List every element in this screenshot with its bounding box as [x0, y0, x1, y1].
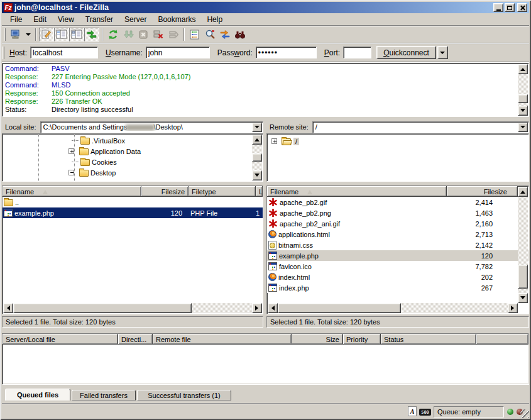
scrollbar-thumb[interactable] — [278, 303, 401, 313]
tree-item-desktop[interactable]: Desktop — [3, 167, 263, 178]
tree-item-virtualbox[interactable]: .VirtualBox — [3, 135, 263, 146]
toolbar-grip[interactable] — [4, 28, 6, 41]
file-row[interactable]: applications.html 2,713 — [267, 229, 528, 240]
log-scrollbar[interactable] — [518, 64, 528, 116]
column-filesize[interactable]: Filesize — [447, 186, 518, 197]
remote-tree[interactable]: / — [266, 133, 529, 182]
maximize-button[interactable] — [505, 3, 515, 12]
scroll-down-button[interactable] — [518, 106, 528, 116]
minimize-button[interactable] — [493, 3, 503, 12]
menu-view[interactable]: View — [52, 14, 80, 25]
column-server-local-file[interactable]: Server/Local file — [3, 334, 118, 345]
column-last-modified[interactable]: L — [256, 186, 263, 197]
queue-list[interactable] — [3, 345, 528, 384]
quickconnect-grip[interactable] — [3, 47, 4, 59]
scroll-up-button[interactable] — [518, 187, 528, 197]
local-hscrollbar[interactable] — [3, 303, 262, 313]
quickconnect-button[interactable]: Quickconnect — [376, 46, 436, 59]
directory-comparison-button[interactable] — [202, 28, 217, 41]
menu-transfer[interactable]: Transfer — [80, 14, 119, 25]
synchronized-browsing-button[interactable] — [217, 28, 233, 41]
port-input[interactable] — [343, 47, 371, 58]
find-files-button[interactable] — [233, 28, 248, 41]
local-tree-scrollbar[interactable] — [252, 135, 262, 180]
password-input[interactable] — [256, 47, 317, 58]
scroll-up-button[interactable] — [252, 135, 262, 145]
file-row[interactable]: index.html 202 — [267, 272, 528, 282]
quickconnect-dropdown-button[interactable] — [437, 46, 448, 59]
speed-limit-indicator-icon[interactable]: 500 — [419, 409, 431, 416]
tree-item-application-data[interactable]: Application Data — [3, 146, 263, 157]
column-size[interactable]: Size — [292, 334, 343, 345]
message-log[interactable]: Command:PASV Response:227 Entering Passi… — [2, 63, 529, 117]
scrollbar-thumb[interactable] — [252, 153, 262, 162]
scroll-left-button[interactable] — [3, 303, 13, 313]
cancel-button[interactable] — [136, 28, 151, 41]
refresh-button[interactable] — [106, 28, 121, 41]
file-row-example-php[interactable]: example.php 120 — [267, 250, 528, 261]
expand-icon[interactable] — [68, 148, 74, 154]
file-row[interactable]: apache_pb2.gif 2,414 — [267, 197, 528, 207]
file-row[interactable]: index.php 267 — [267, 282, 528, 293]
remote-hscrollbar[interactable] — [268, 303, 518, 313]
expand-icon[interactable] — [271, 138, 277, 144]
collapse-icon[interactable] — [68, 170, 74, 175]
site-manager-dropdown-button[interactable] — [23, 28, 33, 41]
toggle-message-log-button[interactable] — [39, 28, 54, 41]
file-row[interactable]: apache_pb2_ani.gif 2,160 — [267, 218, 528, 229]
tree-item-cookies[interactable]: Cookies — [3, 157, 263, 167]
scroll-down-button[interactable] — [518, 293, 528, 303]
column-filename[interactable]: Filename — [3, 186, 141, 197]
data-type-indicator-icon[interactable]: A — [408, 406, 417, 416]
column-filesize[interactable]: Filesize — [141, 186, 189, 197]
column-direction[interactable]: Directi... — [118, 334, 153, 345]
local-file-list[interactable]: Filename Filesize Filetype L .. example.… — [2, 185, 263, 314]
toggle-transfer-queue-button[interactable] — [84, 28, 99, 41]
site-manager-button[interactable] — [8, 28, 23, 41]
file-row[interactable]: apache_pb2.png 1,463 — [267, 207, 528, 218]
column-remote-file[interactable]: Remote file — [153, 334, 292, 345]
toggle-local-tree-button[interactable] — [54, 28, 69, 41]
menu-bookmarks[interactable]: Bookmarks — [152, 14, 201, 25]
column-priority[interactable]: Priority — [343, 334, 381, 345]
scrollbar-thumb[interactable] — [518, 265, 528, 289]
scroll-right-button[interactable] — [252, 303, 262, 313]
username-input[interactable] — [146, 47, 210, 58]
file-row[interactable]: bitnami.css 2,142 — [267, 240, 528, 250]
reconnect-button[interactable] — [166, 28, 181, 41]
file-row-parent-dir[interactable]: .. — [3, 197, 263, 207]
local-tree[interactable]: .VirtualBox Application Data Cookies Des… — [2, 133, 263, 182]
remote-vscrollbar[interactable] — [518, 187, 528, 303]
local-site-combo[interactable]: C:\Documents and Settings\Desktop\ — [40, 121, 263, 133]
transfer-queue[interactable]: Server/Local file Directi... Remote file… — [2, 333, 529, 385]
scroll-left-button[interactable] — [268, 303, 278, 313]
tree-item-root[interactable]: / — [267, 136, 528, 146]
file-row-example-php[interactable]: example.php 120 PHP File 1 — [3, 207, 263, 218]
menu-edit[interactable]: Edit — [28, 14, 52, 25]
column-filetype[interactable]: Filetype — [189, 186, 256, 197]
tab-successful-transfers[interactable]: Successful transfers (1) — [137, 390, 231, 401]
scroll-down-button[interactable] — [252, 170, 262, 180]
column-status[interactable]: Status — [381, 334, 476, 345]
resize-grip[interactable] — [520, 409, 529, 418]
scroll-up-button[interactable] — [518, 64, 528, 74]
scroll-right-button[interactable] — [508, 303, 518, 313]
menu-help[interactable]: Help — [201, 14, 228, 25]
toggle-remote-tree-button[interactable] — [69, 28, 84, 41]
disconnect-button[interactable] — [151, 28, 166, 41]
tab-failed-transfers[interactable]: Failed transfers — [72, 390, 136, 401]
process-queue-button[interactable] — [121, 28, 136, 41]
scrollbar-thumb[interactable] — [518, 94, 528, 103]
host-input[interactable] — [30, 47, 98, 58]
remote-file-list[interactable]: Filename Filesize apache_pb2.gif 2,414 a… — [266, 185, 529, 314]
menu-file[interactable]: File — [4, 14, 28, 25]
remote-site-combo[interactable]: / — [312, 121, 529, 133]
column-filename[interactable]: Filename — [267, 186, 447, 197]
remote-site-dropdown-button[interactable] — [518, 123, 528, 132]
close-button[interactable] — [517, 3, 527, 12]
local-site-dropdown-button[interactable] — [252, 123, 262, 132]
filter-button[interactable] — [187, 28, 202, 41]
file-row[interactable]: favicon.ico 7,782 — [267, 261, 528, 272]
tab-queued-files[interactable]: Queued files — [5, 389, 70, 401]
scrollbar-thumb[interactable] — [13, 303, 192, 313]
